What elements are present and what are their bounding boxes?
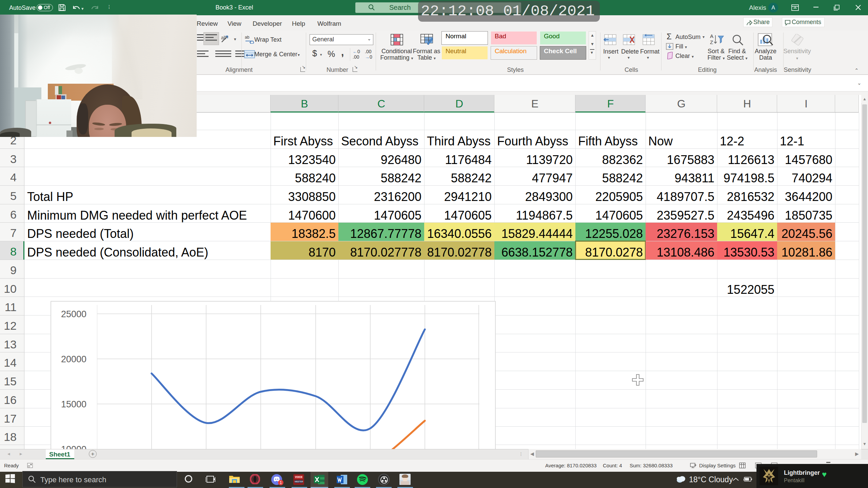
svg-text:ab: ab: [245, 35, 250, 40]
svg-text:Z: Z: [710, 39, 713, 45]
svg-text:A: A: [710, 33, 713, 39]
svg-text:ab: ab: [221, 35, 226, 40]
